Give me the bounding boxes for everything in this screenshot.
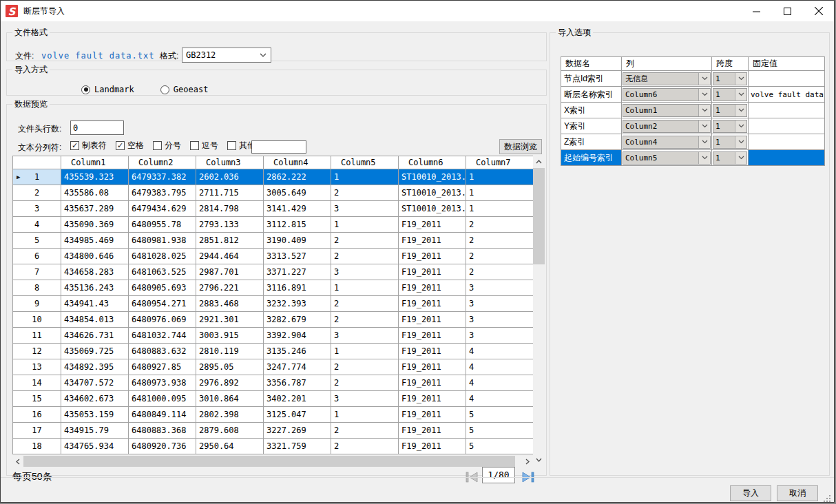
- table-cell[interactable]: 2862.222: [264, 169, 331, 185]
- table-cell[interactable]: 6480849.114: [129, 407, 196, 423]
- table-cell[interactable]: 434765.934: [61, 439, 129, 454]
- minimize-button[interactable]: [741, 1, 772, 21]
- option-fixed-value[interactable]: volve fault data: [749, 87, 825, 103]
- radio-landmark[interactable]: Landmark: [81, 85, 134, 94]
- import-button[interactable]: 导入: [730, 485, 771, 501]
- table-cell[interactable]: 434602.673: [61, 391, 129, 407]
- table-cell[interactable]: 435586.08: [61, 185, 129, 201]
- option-fixed-value[interactable]: [749, 150, 825, 166]
- table-cell[interactable]: ST10010_2013...: [399, 185, 466, 201]
- table-cell[interactable]: 3112.815: [264, 217, 331, 233]
- table-cell[interactable]: 5: [466, 407, 534, 423]
- option-fixed-value[interactable]: [749, 118, 825, 134]
- table-cell[interactable]: 2851.812: [196, 233, 264, 249]
- scroll-up-icon[interactable]: [533, 156, 545, 167]
- table-cell[interactable]: F19_2011: [399, 375, 466, 391]
- table-cell[interactable]: 2802.398: [196, 407, 264, 423]
- table-cell[interactable]: 2: [331, 312, 399, 328]
- table-cell[interactable]: 2: [466, 233, 534, 249]
- preview-column-header[interactable]: Column6: [399, 156, 466, 169]
- preview-column-header[interactable]: Column2: [129, 156, 196, 169]
- table-cell[interactable]: 3125.047: [264, 407, 331, 423]
- vertical-scrollbar-thumb[interactable]: [533, 168, 545, 264]
- checkbox-comma[interactable]: 逗号: [190, 140, 218, 151]
- table-cell[interactable]: 3402.201: [264, 391, 331, 407]
- cancel-button[interactable]: 取消: [777, 485, 818, 501]
- table-cell[interactable]: 435053.159: [61, 407, 129, 423]
- other-delimiter-input[interactable]: [251, 140, 306, 154]
- row-header[interactable]: 13: [13, 359, 61, 375]
- table-cell[interactable]: 435136.243: [61, 280, 129, 296]
- table-cell[interactable]: 5: [466, 439, 534, 454]
- row-header[interactable]: 2: [13, 185, 61, 201]
- row-header[interactable]: 18: [13, 439, 61, 454]
- span-select[interactable]: 1: [713, 88, 747, 101]
- preview-column-header[interactable]: Column3: [196, 156, 264, 169]
- table-cell[interactable]: 2921.301: [196, 312, 264, 328]
- table-cell[interactable]: F19_2011: [399, 391, 466, 407]
- table-cell[interactable]: 2879.608: [196, 423, 264, 439]
- table-cell[interactable]: 435637.289: [61, 201, 129, 217]
- table-cell[interactable]: 2: [331, 185, 399, 201]
- preview-column-header[interactable]: Column4: [264, 156, 331, 169]
- table-cell[interactable]: 3005.649: [264, 185, 331, 201]
- option-fixed-value[interactable]: [749, 134, 825, 150]
- scroll-right-icon[interactable]: [522, 456, 533, 467]
- option-name[interactable]: 节点Id索引: [561, 71, 622, 87]
- preview-column-header[interactable]: Column1: [61, 156, 129, 169]
- table-cell[interactable]: 3: [331, 391, 399, 407]
- horizontal-scrollbar-thumb[interactable]: [23, 456, 515, 467]
- table-cell[interactable]: 3: [466, 296, 534, 312]
- vertical-scrollbar[interactable]: [533, 156, 545, 465]
- table-cell[interactable]: 435539.323: [61, 169, 129, 185]
- option-name[interactable]: X索引: [561, 103, 622, 118]
- table-cell[interactable]: F19_2011: [399, 280, 466, 296]
- table-cell[interactable]: 6480883.368: [129, 423, 196, 439]
- column-select[interactable]: Column6: [623, 88, 711, 101]
- table-cell[interactable]: 3135.246: [264, 344, 331, 359]
- column-select[interactable]: 无信息: [623, 72, 711, 85]
- row-header[interactable]: 4: [13, 217, 61, 233]
- table-cell[interactable]: 4: [466, 359, 534, 375]
- table-cell[interactable]: 4: [466, 344, 534, 359]
- table-cell[interactable]: 2796.221: [196, 280, 264, 296]
- table-cell[interactable]: 2: [331, 423, 399, 439]
- row-header[interactable]: 12: [13, 344, 61, 359]
- table-cell[interactable]: F19_2011: [399, 407, 466, 423]
- table-cell[interactable]: 3116.891: [264, 280, 331, 296]
- span-select[interactable]: 1: [713, 151, 747, 165]
- table-cell[interactable]: 6480927.85: [129, 359, 196, 375]
- row-header[interactable]: 7: [13, 264, 61, 280]
- table-cell[interactable]: 6480905.693: [129, 280, 196, 296]
- header-rows-input[interactable]: [70, 120, 124, 135]
- option-name[interactable]: Z索引: [561, 134, 622, 150]
- column-select[interactable]: Column1: [623, 104, 711, 117]
- table-cell[interactable]: 2: [466, 249, 534, 264]
- table-cell[interactable]: 434985.469: [61, 233, 129, 249]
- option-name[interactable]: 断层名称索引: [561, 87, 622, 103]
- table-cell[interactable]: 3: [331, 201, 399, 217]
- scroll-down-icon[interactable]: [533, 454, 545, 465]
- table-cell[interactable]: 6481028.025: [129, 249, 196, 264]
- table-cell[interactable]: 3321.759: [264, 439, 331, 454]
- table-cell[interactable]: 3232.393: [264, 296, 331, 312]
- table-cell[interactable]: 3371.227: [264, 264, 331, 280]
- data-browse-button[interactable]: 数据浏览: [499, 139, 542, 154]
- table-cell[interactable]: 2: [466, 264, 534, 280]
- row-header[interactable]: 17: [13, 423, 61, 439]
- table-cell[interactable]: 434941.43: [61, 296, 129, 312]
- option-name[interactable]: Y索引: [561, 118, 622, 134]
- table-cell[interactable]: 6481000.095: [129, 391, 196, 407]
- table-cell[interactable]: 1: [331, 344, 399, 359]
- table-cell[interactable]: 2987.701: [196, 264, 264, 280]
- column-select[interactable]: Column5: [623, 151, 711, 165]
- span-select[interactable]: 1: [713, 136, 747, 149]
- row-header[interactable]: 11: [13, 328, 61, 344]
- table-cell[interactable]: 6480955.78: [129, 217, 196, 233]
- table-cell[interactable]: ST10010_2013...: [399, 201, 466, 217]
- radio-geoeast[interactable]: Geoeast: [160, 85, 209, 94]
- row-header[interactable]: 15: [13, 391, 61, 407]
- table-cell[interactable]: 3356.787: [264, 375, 331, 391]
- table-cell[interactable]: 2: [331, 296, 399, 312]
- table-cell[interactable]: 6479337.382: [129, 169, 196, 185]
